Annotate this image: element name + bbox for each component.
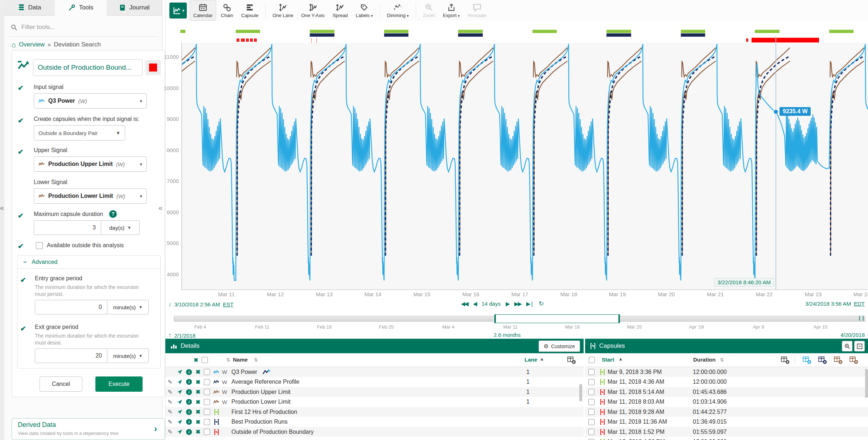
remove-icon[interactable]: ✖ [194, 428, 202, 435]
row-checkbox[interactable] [585, 439, 597, 440]
start-column-header[interactable]: Start [602, 357, 614, 363]
capsules-scrollbar[interactable] [865, 369, 868, 398]
details-row[interactable]: ✎i✖WProduction Upper Limit1 [165, 387, 584, 397]
edit-icon[interactable]: ✎ [165, 419, 175, 425]
remove-all-icon[interactable]: ✖ [194, 357, 198, 363]
capsule-bar-red[interactable] [254, 38, 257, 42]
row-checkbox[interactable] [585, 429, 597, 435]
capsule-row[interactable]: Mar 11, 2018 9:28 AM01:44:22.577 [585, 407, 868, 417]
remove-icon[interactable]: ✖ [194, 388, 202, 395]
details-row[interactable]: ✎i✖Outside of Production Boundary [165, 427, 584, 437]
sort-icon[interactable]: ⇅ [226, 357, 230, 363]
capsule-zoom-button[interactable] [842, 341, 852, 351]
row-checkbox[interactable] [202, 419, 211, 425]
row-checkbox[interactable] [585, 419, 597, 425]
collapse-sidebar-icon[interactable]: « [159, 204, 163, 211]
cancel-button[interactable]: Cancel [40, 376, 82, 392]
remove-icon[interactable]: ✖ [194, 419, 202, 425]
max-duration-unit-select[interactable]: day(s) ▼ [101, 220, 140, 235]
capsule-bar-navy[interactable] [310, 33, 334, 37]
info-button[interactable]: i [184, 389, 194, 395]
capsule-bar-red[interactable] [250, 38, 253, 42]
tool-name-input[interactable]: Outside of Production Bound... [33, 59, 143, 76]
row-checkbox[interactable] [202, 429, 211, 435]
condition-select[interactable]: Outside a Boundary Pair ▼ [34, 125, 125, 140]
capsule-bar-red[interactable] [236, 38, 239, 42]
upper-signal-select[interactable]: Production Upper Limit (W) ▾ [34, 156, 147, 172]
send-button[interactable] [175, 389, 184, 395]
trend-chart[interactable] [165, 0, 868, 339]
capsule-bar-green[interactable] [681, 30, 705, 33]
capsule-bar-green[interactable] [829, 30, 853, 33]
info-button[interactable]: i [184, 409, 194, 415]
lane-column-header[interactable]: Lane [524, 357, 537, 363]
details-row[interactable]: i✖WQ3 Power1 [165, 367, 584, 377]
range-duration-label[interactable]: 14 days [482, 301, 501, 307]
add-stat-column-icon[interactable] [803, 356, 811, 364]
exit-grace-unit-select[interactable]: minute(s) ▼ [107, 349, 149, 363]
remove-icon[interactable]: ✖ [194, 379, 202, 386]
end-timezone[interactable]: EDT [854, 301, 865, 307]
row-checkbox[interactable] [585, 369, 597, 375]
remove-icon[interactable]: ✖ [194, 399, 202, 406]
capsule-bar-green[interactable] [384, 30, 408, 33]
duration-column-header[interactable]: Duration [693, 357, 716, 363]
customize-button[interactable]: ⚙ Customize [539, 341, 580, 352]
home-icon[interactable]: ⌂ [12, 41, 16, 49]
capsule-bar-navy[interactable] [384, 33, 408, 37]
details-row[interactable]: ✎i✖WAverage Reference Profile1 [165, 377, 584, 387]
capsule-bar-green[interactable] [606, 30, 631, 33]
step-back-icon[interactable]: ◀ [473, 301, 477, 307]
start-timezone[interactable]: EST [223, 301, 233, 307]
info-button[interactable]: i [184, 379, 194, 385]
skip-to-end-icon[interactable]: ▶❘ [526, 301, 534, 307]
capsule-row[interactable]: Mar 9, 2018 3:36 PM12:00:00.000 [585, 367, 868, 377]
item-name[interactable]: Production Upper Limit [231, 389, 291, 395]
entry-grace-input[interactable]: 0 [35, 300, 107, 314]
max-duration-input[interactable]: 3 [34, 220, 101, 235]
exit-grace-input[interactable]: 20 [35, 349, 107, 363]
capsule-collapse-button[interactable] [854, 341, 865, 351]
tool-badge[interactable] [262, 369, 270, 375]
collapse-left-icon[interactable]: « [0, 204, 4, 211]
details-row[interactable]: ✎i✖Best Production Runs [165, 417, 584, 427]
timeline-handle-icon[interactable]: ❘❘ [857, 315, 863, 322]
timeline-selection[interactable] [494, 314, 620, 323]
edit-icon[interactable]: ✎ [165, 428, 175, 435]
capsule-bar-navy[interactable] [606, 33, 631, 37]
send-button[interactable] [175, 369, 184, 375]
capsule-bar-red[interactable] [746, 38, 748, 42]
row-checkbox[interactable] [202, 389, 211, 395]
item-name[interactable]: First 12 Hrs of Production [231, 409, 297, 415]
details-row[interactable]: ✎i✖WProduction Lower Limit1 [165, 397, 584, 407]
capsule-bar-green[interactable] [458, 30, 483, 33]
edit-icon[interactable]: ✎ [165, 408, 175, 415]
name-column-header[interactable]: Name [233, 357, 248, 363]
derived-data-card[interactable]: Derived Data View data created by tools … [12, 418, 165, 440]
capsule-row[interactable]: Mar 11, 2018 8:03 AM01:03:14.906 [585, 397, 868, 407]
capsule-bar-green[interactable] [532, 30, 557, 33]
row-checkbox[interactable] [202, 369, 211, 375]
available-outside-checkbox[interactable] [36, 242, 43, 249]
investigate-range-start[interactable]: ↑ 2/1/2018 [168, 332, 196, 339]
breadcrumb-overview[interactable]: Overview [19, 41, 45, 48]
info-button[interactable]: i [184, 399, 194, 405]
edit-icon[interactable]: ✎ [165, 399, 175, 406]
info-button[interactable]: i [184, 419, 194, 425]
execute-button[interactable]: Execute [95, 376, 143, 392]
send-button[interactable] [175, 429, 184, 435]
details-scrollbar[interactable] [579, 384, 582, 402]
capsule-row[interactable]: Mar 11, 2018 1:52 PM01:55:59.097 [585, 427, 868, 437]
advanced-toggle[interactable]: − Advanced [17, 256, 160, 269]
send-button[interactable] [175, 419, 184, 425]
row-checkbox[interactable] [585, 389, 597, 395]
capsule-row[interactable]: Mar 11, 2018 4:36 AM12:00:00.000 [585, 377, 868, 387]
help-icon[interactable]: ? [109, 210, 117, 218]
capsule-bar-green[interactable] [236, 30, 260, 33]
add-stat-column-icon[interactable] [818, 356, 827, 364]
capsule-bar-navy[interactable] [681, 33, 705, 37]
edit-icon[interactable]: ✎ [165, 379, 175, 386]
row-checkbox[interactable] [585, 399, 597, 405]
capsule-bar-red[interactable] [241, 38, 245, 42]
select-all-checkbox[interactable] [202, 357, 208, 363]
